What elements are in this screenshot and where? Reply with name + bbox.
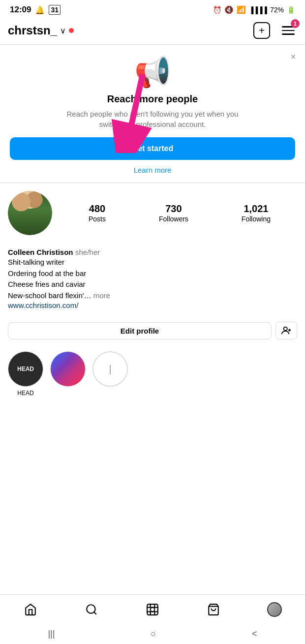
posts-stat[interactable]: 480 Posts bbox=[89, 203, 106, 223]
bio-line-4: New-school bard flexin'… more bbox=[8, 290, 297, 302]
close-promo-button[interactable]: × bbox=[290, 52, 296, 61]
svg-point-8 bbox=[151, 608, 155, 612]
reels-icon bbox=[146, 603, 159, 616]
megaphone-icon: 📢 bbox=[10, 55, 295, 90]
mute-icon: 🔇 bbox=[224, 5, 234, 14]
add-post-button[interactable]: + bbox=[253, 22, 271, 39]
bottom-nav bbox=[0, 594, 305, 624]
status-time: 12:09 🔔 31 bbox=[10, 5, 61, 15]
battery-display: 72% bbox=[270, 6, 284, 14]
nav-home[interactable] bbox=[18, 601, 43, 618]
followers-stat[interactable]: 730 Followers bbox=[159, 203, 188, 223]
avatar[interactable] bbox=[8, 191, 52, 235]
status-right: ⏰ 🔇 📶 ▐▐▐▐ 72% 🔋 bbox=[213, 5, 295, 14]
bio-pronoun: she/her bbox=[75, 248, 100, 256]
followers-count: 730 bbox=[159, 203, 188, 215]
stats-row: 480 Posts 730 Followers 1,021 Following bbox=[62, 203, 297, 223]
header-right: + 1 bbox=[253, 22, 297, 39]
android-back-button[interactable]: < bbox=[252, 629, 257, 639]
plus-box-icon: + bbox=[253, 22, 270, 39]
menu-badge: 1 bbox=[291, 19, 300, 28]
highlight-circle-2 bbox=[50, 351, 86, 387]
android-home-button[interactable]: ○ bbox=[151, 629, 156, 639]
svg-rect-7 bbox=[147, 604, 158, 615]
highlight-circle-1: HEAD bbox=[8, 351, 43, 387]
promo-description: Reach people who aren't following you ye… bbox=[59, 109, 246, 129]
alarm-icon: ⏰ bbox=[213, 6, 221, 14]
signal-icon: ▐▐▐▐ bbox=[249, 6, 267, 14]
promo-title: Reach more people bbox=[10, 93, 295, 105]
bio-line-1: Shit-talking writer bbox=[8, 257, 297, 268]
bio-section: Colleen Christison she/her Shit-talking … bbox=[0, 248, 305, 317]
wifi-icon: 📶 bbox=[237, 5, 246, 14]
svg-point-2 bbox=[284, 327, 287, 331]
nav-shop[interactable] bbox=[201, 601, 226, 618]
posts-count: 480 bbox=[89, 203, 106, 215]
highlight-item-2[interactable] bbox=[50, 351, 86, 397]
learn-more-link[interactable]: Learn more bbox=[134, 166, 172, 174]
time-display: 12:09 bbox=[10, 5, 31, 15]
profile-top: 480 Posts 730 Followers 1,021 Following bbox=[8, 191, 297, 235]
promo-banner-content: × 📢 Reach more people Reach people who a… bbox=[0, 45, 305, 183]
highlight-item-1[interactable]: HEAD HEAD bbox=[8, 351, 43, 397]
online-dot-icon bbox=[69, 28, 74, 33]
highlight-plus-icon: | bbox=[109, 364, 111, 375]
highlight-label-1: HEAD bbox=[17, 366, 34, 372]
profile-avatar-icon bbox=[267, 602, 282, 617]
svg-point-5 bbox=[87, 605, 95, 613]
highlights-row: HEAD HEAD | bbox=[0, 346, 305, 403]
calendar-icon: 31 bbox=[49, 5, 61, 15]
bio-line-3: Cheese fries and caviar bbox=[8, 279, 297, 290]
nav-reels[interactable] bbox=[140, 601, 165, 618]
posts-label: Posts bbox=[89, 215, 106, 223]
header: chrstsn_ ∨ + 1 bbox=[0, 18, 305, 45]
home-icon bbox=[24, 603, 37, 616]
menu-button[interactable]: 1 bbox=[279, 22, 297, 39]
bio-text-4: New-school bard flexin'… bbox=[8, 291, 93, 300]
avatar-image bbox=[8, 191, 52, 235]
android-recent-button[interactable]: ||| bbox=[48, 629, 55, 639]
android-nav: ||| ○ < bbox=[0, 624, 305, 644]
edit-profile-button[interactable]: Edit profile bbox=[8, 322, 272, 339]
profile-section: 480 Posts 730 Followers 1,021 Following bbox=[0, 183, 305, 248]
highlight-circle-3: | bbox=[92, 351, 128, 387]
header-left: chrstsn_ ∨ bbox=[8, 24, 74, 37]
shop-icon bbox=[207, 603, 220, 616]
add-person-icon bbox=[281, 325, 292, 336]
svg-line-6 bbox=[94, 612, 96, 614]
status-bar: 12:09 🔔 31 ⏰ 🔇 📶 ▐▐▐▐ 72% 🔋 bbox=[0, 0, 305, 18]
get-started-button[interactable]: Get started bbox=[10, 137, 295, 160]
username-label[interactable]: chrstsn_ bbox=[8, 24, 57, 37]
following-label: Following bbox=[242, 215, 271, 223]
bio-name-line: Colleen Christison she/her bbox=[8, 248, 297, 257]
bio-website-link[interactable]: www.cchristison.com/ bbox=[8, 301, 78, 309]
notification-icon: 🔔 bbox=[35, 5, 45, 15]
chevron-down-icon[interactable]: ∨ bbox=[60, 26, 66, 35]
nav-profile[interactable] bbox=[262, 601, 287, 618]
nav-search[interactable] bbox=[79, 601, 104, 618]
promo-banner: × 📢 Reach more people Reach people who a… bbox=[0, 45, 305, 183]
following-count: 1,021 bbox=[242, 203, 271, 215]
highlight-item-3[interactable]: | bbox=[92, 351, 128, 397]
add-person-button[interactable] bbox=[275, 322, 297, 339]
battery-icon: 🔋 bbox=[287, 6, 295, 14]
followers-label: Followers bbox=[159, 215, 188, 223]
action-buttons: Edit profile bbox=[0, 317, 305, 346]
bio-line-2: Ordering food at the bar bbox=[8, 268, 297, 279]
highlight-title-1: HEAD bbox=[17, 390, 33, 397]
bio-link-line: www.cchristison.com/ bbox=[8, 301, 297, 310]
search-icon bbox=[85, 603, 98, 616]
following-stat[interactable]: 1,021 Following bbox=[242, 203, 271, 223]
bio-full-name: Colleen Christison bbox=[8, 248, 73, 256]
bio-more-link[interactable]: more bbox=[93, 291, 110, 300]
